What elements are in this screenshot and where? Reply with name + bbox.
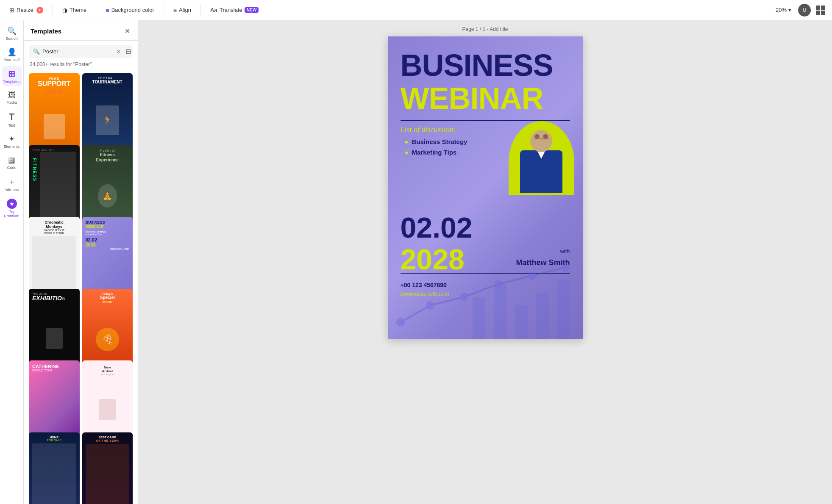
background-color-button[interactable]: ■ Background color: [101, 5, 159, 16]
svg-point-5: [562, 263, 570, 271]
nav-label-media: Media: [6, 100, 17, 105]
sidebar-item-text[interactable]: T Text: [2, 109, 22, 130]
addons-icon: ＋: [8, 177, 16, 187]
templates-panel: Templates ✕ 🔍 ✕ ⊟ 34,000+ results for "P…: [24, 20, 138, 504]
poster-title-webinar: WEBINAR: [401, 83, 543, 114]
templates-icon: ⊞: [8, 69, 15, 79]
media-icon: 🖼: [8, 91, 16, 100]
nav-label-text: Text: [8, 123, 15, 127]
align-icon: ≡: [173, 7, 177, 14]
svg-rect-10: [557, 280, 570, 339]
search-icon-panel: 🔍: [33, 48, 40, 55]
sidebar-item-search[interactable]: 🔍 Search: [2, 24, 22, 43]
divider-3: [164, 5, 164, 15]
nav-label-search: Search: [6, 36, 18, 41]
svg-rect-8: [515, 305, 528, 339]
resize-badge: ✦: [36, 7, 43, 14]
results-count: 34,000+ results for "Poster": [24, 61, 138, 71]
background-color-label: Background color: [111, 7, 154, 13]
sidebar-item-grids[interactable]: ▦ Grids: [2, 153, 22, 172]
panel-header: Templates ✕: [24, 20, 138, 41]
elements-icon: ✦: [8, 134, 15, 144]
divider-1: [53, 5, 53, 15]
poster-with: with: [560, 248, 570, 255]
template-item[interactable]: BEST GAME OF THE YEAR: [82, 432, 133, 504]
apps-icon[interactable]: [814, 4, 827, 17]
resize-button[interactable]: ⊞ Resize ✦: [5, 5, 47, 16]
sidebar-item-elements[interactable]: ✦ Elements: [2, 132, 22, 151]
grids-icon: ▦: [8, 155, 15, 165]
align-button[interactable]: ≡ Align: [169, 5, 195, 16]
poster-date-day: 02.02: [401, 213, 473, 242]
nav-label-elements: Elements: [4, 144, 20, 149]
translate-button[interactable]: Aa Translate NEW: [206, 5, 263, 16]
theme-button[interactable]: ◑ Theme: [58, 5, 91, 16]
zoom-control[interactable]: 20% ▾: [772, 5, 795, 15]
poster-avatar: [509, 121, 574, 195]
theme-label: Theme: [70, 7, 86, 13]
main-layout: 🔍 Search 👤 Your stuff ⊞ Templates 🖼 Medi…: [0, 20, 832, 504]
translate-icon: Aa: [210, 7, 217, 14]
search-icon: 🔍: [7, 26, 17, 36]
sidebar-item-addons[interactable]: ＋ Add-ons: [2, 174, 22, 194]
resize-label: Resize: [17, 7, 33, 13]
svg-point-1: [426, 301, 434, 310]
poster[interactable]: BUSINESS WEBINAR List of discussion: Bus…: [388, 36, 583, 339]
divider-4: [200, 5, 201, 15]
nav-label-premium: Try Premium: [3, 210, 20, 218]
background-icon: ■: [106, 7, 109, 14]
chevron-down-icon: ▾: [788, 7, 791, 13]
panel-title: Templates: [31, 28, 61, 35]
resize-icon: ⊞: [9, 7, 14, 14]
nav-label-your-stuff: Your stuff: [4, 58, 20, 62]
premium-icon: ★: [7, 199, 17, 209]
close-panel-button[interactable]: ✕: [124, 26, 131, 36]
nav-label-addons: Add-ons: [5, 188, 19, 192]
templates-grid: FUND SUPPORT 02.08.26 🌸 FOOTBALL TOURNAM…: [24, 71, 138, 504]
avatar[interactable]: U: [798, 4, 811, 17]
translate-new-badge: NEW: [245, 7, 259, 13]
your-stuff-icon: 👤: [7, 47, 17, 57]
sidebar-item-templates[interactable]: ⊞ Templates: [2, 66, 22, 86]
translate-label: Translate: [220, 7, 242, 13]
search-input[interactable]: [42, 48, 114, 55]
poster-list-label: List of discussion:: [401, 125, 456, 134]
template-item[interactable]: HOME FOR SALE: [29, 432, 80, 504]
svg-point-2: [460, 293, 468, 301]
text-icon: T: [9, 111, 14, 122]
svg-rect-7: [494, 284, 506, 339]
svg-point-4: [528, 271, 536, 280]
sidebar-item-try-premium[interactable]: ★ Try Premium: [2, 196, 22, 221]
canvas-wrapper: BUSINESS WEBINAR List of discussion: Bus…: [388, 36, 583, 339]
align-label: Align: [179, 7, 191, 13]
zoom-level: 20%: [776, 7, 787, 13]
clear-search-button[interactable]: ✕: [116, 48, 121, 55]
poster-title-business: BUSINESS: [401, 50, 553, 80]
filter-button[interactable]: ⊟: [125, 47, 131, 55]
canvas-area[interactable]: Page 1 / 1 - Add title BUSINESS WEBINAR …: [138, 20, 832, 504]
svg-rect-6: [473, 297, 485, 339]
poster-bullet-2: Marketing Tips: [405, 149, 457, 156]
poster-bullet-1: Business Strategy: [405, 138, 467, 145]
theme-icon: ◑: [62, 7, 67, 14]
search-bar: 🔍 ✕ ⊟: [29, 45, 133, 58]
sidebar-item-media[interactable]: 🖼 Media: [2, 88, 22, 107]
icon-nav: 🔍 Search 👤 Your stuff ⊞ Templates 🖼 Medi…: [0, 20, 24, 504]
toolbar: ⊞ Resize ✦ ◑ Theme ■ Background color ≡ …: [0, 0, 832, 20]
poster-chart-decoration: [388, 255, 583, 339]
nav-label-templates: Templates: [3, 80, 20, 84]
divider-2: [96, 5, 96, 15]
page-label[interactable]: Page 1 / 1 - Add title: [462, 26, 508, 32]
sidebar-item-your-stuff[interactable]: 👤 Your stuff: [2, 45, 22, 64]
svg-rect-9: [536, 293, 549, 339]
toolbar-right: 20% ▾ U: [772, 4, 827, 17]
svg-point-0: [396, 318, 405, 327]
nav-label-grids: Grids: [7, 166, 17, 170]
